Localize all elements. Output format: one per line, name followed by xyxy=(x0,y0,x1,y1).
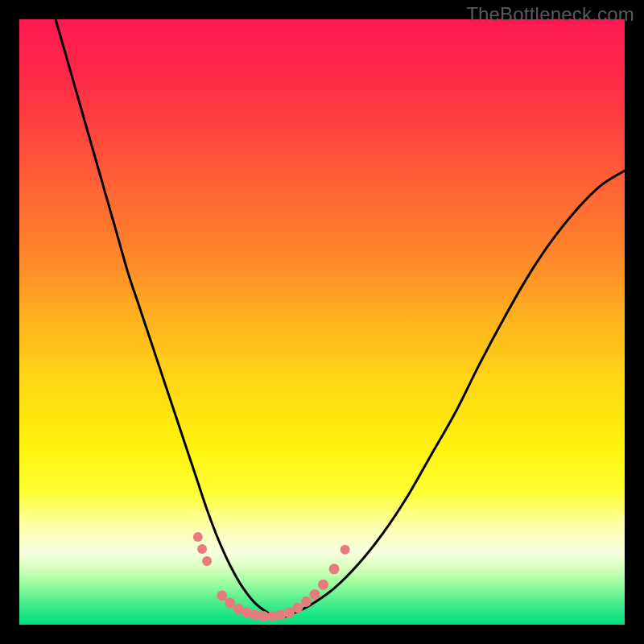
curve-layer xyxy=(19,19,625,625)
marker-point xyxy=(309,589,320,600)
highlighted-points xyxy=(193,532,350,621)
marker-point xyxy=(329,564,340,574)
marker-point xyxy=(292,602,303,613)
marker-point xyxy=(193,532,203,542)
plot-area xyxy=(19,19,625,625)
marker-point xyxy=(318,580,328,590)
chart-container: TheBottleneck.com xyxy=(0,0,644,644)
marker-point xyxy=(197,544,207,554)
marker-point xyxy=(217,590,227,601)
marker-point xyxy=(341,545,350,555)
marker-point xyxy=(202,556,212,566)
watermark-text: TheBottleneck.com xyxy=(466,3,634,26)
marker-point xyxy=(225,597,235,608)
bottleneck-curve xyxy=(56,19,625,617)
marker-point xyxy=(301,597,312,607)
